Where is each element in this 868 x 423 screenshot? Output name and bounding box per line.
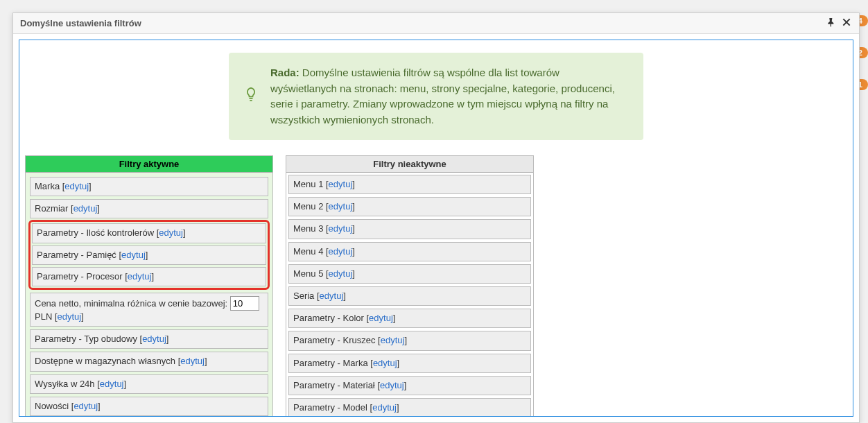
edit-link[interactable]: edytuj: [73, 401, 98, 411]
filter-item-label: Parametry - Procesor: [37, 271, 125, 282]
edit-link[interactable]: edytuj: [180, 356, 205, 366]
edit-link[interactable]: edytuj: [329, 223, 353, 234]
filter-item[interactable]: Menu 1 [edytuj]: [288, 175, 531, 194]
filter-item-price[interactable]: Cena netto, minimalna różnica w cenie ba…: [30, 293, 268, 327]
edit-link[interactable]: edytuj: [121, 250, 146, 260]
filter-item-label: Dostępne w magazynach własnych: [35, 356, 178, 366]
filter-item[interactable]: Nowości [edytuj]: [30, 397, 268, 416]
filter-item-label: Marka: [35, 181, 62, 191]
edit-link[interactable]: edytuj: [142, 334, 166, 344]
filter-item[interactable]: Menu 2 [edytuj]: [288, 197, 531, 216]
active-filters-header: Filtry aktywne: [26, 156, 272, 173]
filter-item[interactable]: Parametry - Marka [edytuj]: [288, 354, 531, 373]
edit-link[interactable]: edytuj: [369, 313, 393, 323]
edit-link[interactable]: edytuj: [329, 179, 353, 189]
inactive-filters-header: Filtry nieaktywne: [286, 156, 533, 173]
filter-item-label: Rozmiar: [35, 203, 71, 214]
highlighted-filter-group: Parametry - Ilość kontrolerów [edytuj]Pa…: [28, 220, 270, 290]
filter-item[interactable]: Menu 3 [edytuj]: [288, 219, 531, 239]
filter-item-label: Parametry - Kruszec: [293, 335, 378, 345]
active-filters-column: Filtry aktywne Marka [edytuj]Rozmiar [ed…: [25, 155, 273, 417]
filter-item-label: Nowości: [35, 401, 71, 411]
edit-link[interactable]: edytuj: [329, 201, 353, 212]
filter-item[interactable]: Parametry - Ilość kontrolerów [edytuj]: [32, 223, 266, 243]
filter-item-label: Wysyłka w 24h: [35, 379, 97, 389]
filter-item[interactable]: Parametry - Typ obudowy [edytuj]: [30, 329, 268, 349]
close-icon[interactable]: [841, 17, 852, 30]
filter-item-label: Menu 3: [293, 223, 326, 234]
filter-item[interactable]: Menu 4 [edytuj]: [288, 242, 531, 261]
filter-item[interactable]: Marka [edytuj]: [30, 177, 268, 196]
filter-item-label: Parametry - Pamięć: [37, 250, 119, 260]
edit-link[interactable]: edytuj: [320, 291, 344, 301]
filter-item-label: Menu 2: [293, 201, 326, 212]
price-diff-input[interactable]: [230, 296, 259, 311]
filter-item[interactable]: Rozmiar [edytuj]: [30, 199, 268, 218]
modal-title: Domyślne ustawienia filtrów: [20, 18, 141, 28]
filter-item-label: Menu 1: [293, 179, 326, 189]
edit-link[interactable]: edytuj: [329, 246, 353, 257]
edit-link[interactable]: edytuj: [100, 379, 124, 389]
edit-link[interactable]: edytuj: [128, 271, 152, 282]
edit-link[interactable]: edytuj: [58, 311, 82, 322]
pin-icon[interactable]: [826, 17, 837, 30]
filter-item-label: Parametry - Marka: [293, 358, 370, 368]
tip-text: Rada: Domyślne ustawienia filtrów są wsp…: [270, 65, 623, 128]
filter-item-label: Parametry - Kolor: [293, 313, 366, 323]
inner-panel: Rada: Domyślne ustawienia filtrów są wsp…: [19, 40, 853, 417]
inactive-filters-column: Filtry nieaktywne Menu 1 [edytuj]Menu 2 …: [286, 155, 534, 417]
tip-box: Rada: Domyślne ustawienia filtrów są wsp…: [229, 53, 643, 140]
edit-link[interactable]: edytuj: [159, 227, 183, 238]
filter-item-label: Menu 4: [293, 246, 326, 257]
modal-header: Domyślne ustawienia filtrów: [13, 13, 859, 34]
filter-item[interactable]: Parametry - Model [edytuj]: [288, 398, 531, 417]
edit-link[interactable]: edytuj: [64, 181, 89, 191]
filter-item[interactable]: Parametry - Pamięć [edytuj]: [32, 245, 266, 265]
filter-item[interactable]: Parametry - Kruszec [edytuj]: [288, 331, 531, 350]
filter-item[interactable]: Dostępne w magazynach własnych [edytuj]: [30, 352, 268, 371]
edit-link[interactable]: edytuj: [373, 358, 397, 368]
edit-link[interactable]: edytuj: [380, 380, 404, 390]
filter-item-label: Seria: [293, 291, 317, 301]
filter-columns: Filtry aktywne Marka [edytuj]Rozmiar [ed…: [25, 155, 847, 417]
filter-item-label: Parametry - Materiał: [293, 380, 377, 390]
filter-item-label: Parametry - Model: [293, 402, 370, 413]
filter-item[interactable]: Parametry - Procesor [edytuj]: [32, 267, 266, 286]
active-filters-body: Marka [edytuj]Rozmiar [edytuj]Parametry …: [26, 173, 272, 417]
filter-item[interactable]: Seria [edytuj]: [288, 286, 531, 306]
filter-item[interactable]: Menu 5 [edytuj]: [288, 264, 531, 284]
modal-body: Rada: Domyślne ustawienia filtrów są wsp…: [13, 34, 859, 422]
filter-item-label: Menu 5: [293, 268, 326, 279]
lightbulb-icon: [244, 86, 258, 107]
filter-item[interactable]: Wysyłka w 24h [edytuj]: [30, 374, 268, 394]
inactive-filters-body: Menu 1 [edytuj]Menu 2 [edytuj]Menu 3 [ed…: [286, 173, 533, 417]
filter-item-label: Parametry - Ilość kontrolerów: [37, 227, 157, 238]
edit-link[interactable]: edytuj: [73, 203, 98, 214]
edit-link[interactable]: edytuj: [372, 402, 397, 413]
modal-default-filter-settings: Domyślne ustawienia filtrów Rada: Domyśl…: [12, 12, 860, 423]
filter-item[interactable]: Parametry - Materiał [edytuj]: [288, 376, 531, 395]
filter-item-label: Parametry - Typ obudowy: [35, 334, 140, 344]
edit-link[interactable]: edytuj: [381, 335, 405, 345]
filter-item[interactable]: Parametry - Kolor [edytuj]: [288, 309, 531, 328]
edit-link[interactable]: edytuj: [329, 268, 353, 279]
